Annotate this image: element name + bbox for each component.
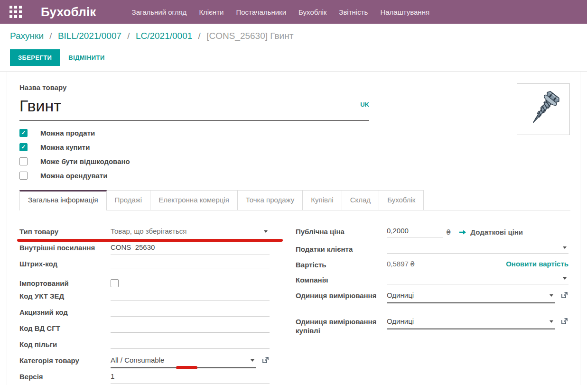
- toggle-can-be-rented[interactable]: Можна орендувати: [19, 168, 570, 182]
- field-product-category: Категорія товару All / Consumable: [19, 356, 270, 372]
- external-link-icon[interactable]: [261, 356, 270, 364]
- customer-taxes-select[interactable]: [387, 244, 568, 254]
- checkbox-checked[interactable]: ✓: [19, 129, 28, 137]
- barcode-input[interactable]: [111, 259, 270, 268]
- tab-inventory[interactable]: Склад: [342, 190, 379, 210]
- field-imported: Імпортований: [19, 275, 270, 291]
- caret-down-icon[interactable]: [563, 246, 567, 249]
- tab-point-of-sale[interactable]: Точка продажу: [237, 190, 303, 210]
- product-name-label: Назва товару: [19, 83, 570, 91]
- breadcrumb-invoices[interactable]: Рахунки: [10, 31, 44, 41]
- tab-purchases[interactable]: Купівлі: [302, 190, 342, 210]
- notebook-tabs: Загальна інформація Продажі Електронна к…: [19, 190, 570, 210]
- breadcrumb: Рахунки / BILL/2021/0007 / LC/2021/0001 …: [0, 24, 587, 41]
- extra-prices-link[interactable]: Додаткові ціни: [459, 228, 523, 236]
- menu-customers[interactable]: Клієнти: [193, 1, 230, 23]
- field-unit-of-measure: Одиниця вимірювання Одиниці: [296, 291, 568, 317]
- field-benefit-code: Код пільги: [19, 339, 270, 356]
- tab-general-information[interactable]: Загальна інформація: [19, 190, 107, 210]
- toggle-label[interactable]: Можна продати: [40, 129, 95, 137]
- caret-down-icon[interactable]: [550, 320, 553, 323]
- field-version: Версія 1: [19, 372, 270, 388]
- toggle-can-be-purchased[interactable]: ✓ Можна купити: [19, 140, 570, 154]
- red-underline-annotation: [176, 366, 197, 369]
- field-label: Податки клієнта: [296, 244, 387, 254]
- breadcrumb-separator: /: [49, 31, 52, 41]
- product-name-input[interactable]: Гвинт: [19, 93, 369, 121]
- form-actions: ЗБЕРЕГТИ ВІДМІНИТИ: [10, 49, 587, 66]
- check-icon: ✓: [21, 130, 26, 136]
- field-public-price: Публічна ціна 0,2000 ₴ Додаткові ціни: [296, 227, 568, 244]
- ukt-zed-input[interactable]: [111, 291, 270, 301]
- imported-checkbox[interactable]: [111, 279, 119, 287]
- field-label: Версія: [19, 372, 111, 381]
- top-navbar: Бухоблік Загальний огляд Клієнти Постача…: [0, 0, 587, 24]
- field-label: Код УКТ ЗЕД: [19, 291, 111, 301]
- purchase-uom-select[interactable]: Одиниці: [387, 317, 555, 329]
- internal-reference-input[interactable]: CONS_25630: [111, 243, 270, 255]
- uom-select[interactable]: Одиниці: [387, 291, 555, 303]
- tab-accounting[interactable]: Бухоблік: [379, 190, 424, 210]
- currency-symbol: ₴: [447, 228, 450, 236]
- fields-left-column: Тип товару Товар, що зберігається Внутрі…: [19, 227, 270, 388]
- field-label: Категорія товару: [19, 356, 111, 365]
- field-purchase-unit-of-measure: Одиниця вимірювання купівлі Одиниці: [296, 317, 568, 343]
- field-excise-code: Акцизний код: [19, 307, 270, 323]
- checkbox-unchecked[interactable]: [19, 157, 28, 165]
- external-link-icon[interactable]: [560, 291, 568, 299]
- checkbox-checked[interactable]: ✓: [19, 143, 28, 151]
- product-type-select[interactable]: Товар, що зберігається: [111, 227, 270, 238]
- tab-ecommerce[interactable]: Електронна комерція: [150, 190, 238, 210]
- product-toggles: ✓ Можна продати ✓ Можна купити Може бути…: [19, 126, 570, 182]
- menu-settings[interactable]: Налаштування: [374, 1, 436, 23]
- field-label: Штрих-код: [19, 259, 111, 268]
- toggle-label[interactable]: Може бути відшкодовано: [40, 157, 130, 165]
- caret-down-icon[interactable]: [264, 230, 268, 233]
- toggle-label[interactable]: Можна купити: [40, 143, 90, 151]
- external-link-icon[interactable]: [560, 317, 568, 325]
- checkbox-unchecked[interactable]: [19, 172, 28, 180]
- product-form-sheet: Назва товару Гвинт UK ✓ Можна продати ✓ …: [7, 72, 580, 385]
- vd-sgt-input[interactable]: [111, 323, 270, 333]
- breadcrumb-separator: /: [127, 31, 130, 41]
- apps-grid-icon[interactable]: [9, 6, 22, 18]
- field-label: Одиниця вимірювання купівлі: [296, 317, 387, 335]
- breadcrumb-separator: /: [198, 31, 201, 41]
- field-barcode: Штрих-код: [19, 259, 270, 275]
- caret-down-icon[interactable]: [251, 359, 254, 362]
- save-button[interactable]: ЗБЕРЕГТИ: [10, 49, 60, 66]
- menu-accounting[interactable]: Бухоблік: [292, 1, 333, 23]
- app-brand[interactable]: Бухоблік: [41, 5, 96, 19]
- caret-down-icon[interactable]: [563, 277, 567, 280]
- toggle-can-be-sold[interactable]: ✓ Можна продати: [19, 126, 570, 140]
- field-vd-sgt-code: Код ВД СГТ: [19, 323, 270, 339]
- field-company: Компанія: [296, 275, 568, 291]
- menu-overview[interactable]: Загальний огляд: [126, 1, 193, 23]
- field-label: Одиниця вимірювання: [296, 291, 387, 300]
- breadcrumb-landed-cost[interactable]: LC/2021/0001: [136, 31, 192, 41]
- field-internal-reference: Внутрішні посилання CONS_25630: [19, 243, 270, 259]
- breadcrumb-bill[interactable]: BILL/2021/0007: [58, 31, 121, 41]
- toggle-label[interactable]: Можна орендувати: [40, 172, 107, 180]
- cost-value: 0,5897 ₴: [387, 260, 414, 268]
- tab-sales[interactable]: Продажі: [106, 190, 151, 210]
- company-select[interactable]: [387, 275, 568, 284]
- language-badge[interactable]: UK: [360, 101, 369, 108]
- caret-down-icon[interactable]: [550, 294, 553, 297]
- product-image[interactable]: [517, 83, 570, 135]
- update-cost-button[interactable]: Оновити вартість: [506, 260, 568, 268]
- excise-code-input[interactable]: [111, 307, 270, 317]
- menu-reporting[interactable]: Звітність: [333, 1, 374, 23]
- field-label: Код пільги: [19, 339, 111, 349]
- public-price-input[interactable]: 0,2000: [387, 227, 443, 237]
- fields-right-column: Публічна ціна 0,2000 ₴ Додаткові ціни По…: [296, 227, 568, 388]
- toggle-can-be-expensed[interactable]: Може бути відшкодовано: [19, 154, 570, 168]
- version-input[interactable]: 1: [111, 372, 270, 384]
- benefit-code-input[interactable]: [111, 339, 270, 349]
- menu-vendors[interactable]: Постачальники: [230, 1, 292, 23]
- field-customer-taxes: Податки клієнта: [296, 244, 568, 260]
- field-ukt-zed-code: Код УКТ ЗЕД: [19, 291, 270, 307]
- field-product-type: Тип товару Товар, що зберігається: [19, 227, 270, 243]
- discard-button[interactable]: ВІДМІНИТИ: [68, 54, 104, 61]
- top-menu: Загальний огляд Клієнти Постачальники Бу…: [126, 1, 436, 23]
